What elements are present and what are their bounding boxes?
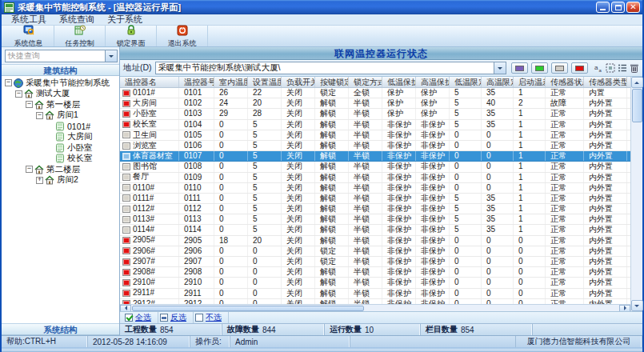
horizontal-scroll-thumb[interactable]	[132, 306, 364, 311]
address-combo[interactable]: 采暖集中节能控制系统\测试大厦\	[155, 62, 506, 74]
cell-传感器状态: 正常	[546, 109, 584, 118]
table-row[interactable]: 体育器材室010705关闭解锁半锁非保护非保护001正常内外置	[120, 151, 630, 162]
任务控制-button[interactable]: 任务控制	[54, 26, 106, 46]
delete-icon[interactable]	[630, 63, 639, 73]
gray-status-button[interactable]	[551, 62, 568, 74]
quick-search-combo[interactable]: 快捷查询	[5, 50, 118, 62]
table-row[interactable]: 0113#011305关闭解锁半锁非保护非保护5351正常内外置	[120, 214, 630, 225]
chevron-down-icon[interactable]	[494, 62, 506, 74]
退出系统-button[interactable]: 退出系统	[157, 26, 208, 46]
column-header-9[interactable]: 低温限定	[450, 77, 482, 87]
table-row[interactable]: 2910#291000关闭解锁半锁非保护非保护000正常内外置	[120, 278, 630, 288]
column-header-1[interactable]: 温控器号	[179, 77, 214, 87]
scroll-up-button[interactable]	[631, 77, 643, 88]
vertical-scrollbar[interactable]	[630, 77, 642, 311]
select-none-button[interactable]: 不选	[194, 312, 229, 323]
column-header-2[interactable]: 室内温度	[214, 77, 248, 87]
cell-按键锁定: 解锁	[315, 141, 349, 150]
column-header-6[interactable]: 锁定方式	[349, 77, 382, 87]
column-header-5[interactable]: 按键锁定	[315, 77, 349, 87]
cell-启动温差: 1	[514, 183, 546, 193]
column-header-8[interactable]: 高温保护	[416, 77, 450, 87]
table-row[interactable]: 2906#290600关闭锁定半锁非保护非保护000正常内外置	[120, 246, 630, 257]
table-row[interactable]: 0110#011005关闭解锁半锁非保护非保护001正常内外置	[120, 183, 630, 194]
sort-icon[interactable]: aa	[594, 63, 603, 73]
table-row[interactable]: 0114#011405关闭解锁半锁非保护非保护5351正常内外置	[120, 225, 630, 235]
collapse-icon[interactable]: −	[36, 112, 43, 119]
table-row[interactable]: 小卧室01032928关闭解锁半锁保护保护5351正常内外置	[120, 109, 630, 119]
tree-node-0[interactable]: −采暖集中节能控制系统	[2, 78, 119, 89]
column-header-10[interactable]: 高温限定	[482, 77, 514, 87]
table-row[interactable]: 校长室010405关闭解锁半锁非保护非保护5351正常内外置	[120, 120, 630, 130]
table-row[interactable]: 大房间01022420关闭解锁半锁保护保护5402故障内外置	[120, 98, 630, 109]
collapse-icon[interactable]: −	[15, 90, 22, 98]
tree-node-1[interactable]: −测试大厦	[2, 89, 119, 100]
chevron-down-icon[interactable]	[105, 50, 117, 62]
expand-icon[interactable]: +	[36, 177, 43, 184]
cell-高温保护: 非保护	[416, 289, 450, 298]
cell-设置温度: 5	[248, 120, 282, 130]
table-row[interactable]: 2908#290800关闭解锁半锁非保护非保护000正常内外置	[120, 267, 630, 278]
table-row[interactable]: 0111#011105关闭解锁半锁非保护非保护5351正常内外置	[120, 194, 630, 204]
purple-status-button[interactable]	[511, 62, 528, 74]
cell-温控器名: 0110#	[120, 183, 179, 193]
table-row[interactable]: 2907#290700关闭锁定半锁非保护非保护000正常内外置	[120, 257, 630, 267]
column-header-3[interactable]: 设置温度	[248, 77, 282, 87]
cell-高温限定: 35	[482, 214, 514, 224]
building-icon	[24, 89, 34, 98]
cell-锁定方式: 半锁	[349, 236, 382, 246]
cell-按键锁定: 解锁	[315, 278, 349, 287]
collapse-icon[interactable]: −	[26, 166, 33, 173]
toolbar: 系统信息任务控制锁定界面退出系统	[2, 26, 642, 47]
cell-高温限定: 0	[482, 236, 514, 246]
list-icon[interactable]	[618, 63, 627, 73]
column-header-0[interactable]: 温控器名	[120, 77, 179, 87]
horizontal-scrollbar[interactable]	[120, 304, 630, 311]
tree-node-4[interactable]: 0101#	[2, 121, 119, 132]
cell-室内温度: 0	[214, 183, 248, 193]
cell-高温限定: 0	[482, 278, 514, 287]
maximize-button[interactable]	[611, 2, 625, 13]
collapse-icon[interactable]: −	[26, 101, 33, 108]
cell-高温保护: 非保护	[416, 130, 450, 140]
table-row[interactable]: 卫生间010505关闭解锁半锁非保护非保护001正常内外置	[120, 130, 630, 141]
column-header-12[interactable]: 传感器状态	[546, 77, 584, 87]
collapse-icon[interactable]: −	[5, 79, 12, 86]
table-row[interactable]: 餐厅010905关闭解锁半锁非保护非保护001正常内外置	[120, 173, 630, 183]
锁定界面-button[interactable]: 锁定界面	[106, 26, 157, 46]
tree-node-9[interactable]: +房间2	[2, 175, 119, 186]
tree-node-7[interactable]: 校长室	[2, 154, 119, 165]
column-header-7[interactable]: 低温保护	[382, 77, 416, 87]
table-row[interactable]: 0112#011205关闭解锁半锁非保护非保护5351正常内外置	[120, 204, 630, 214]
cell-高温限定: 0	[482, 173, 514, 182]
table-row[interactable]: 浏览室010605关闭解锁半锁非保护非保护001正常内外置	[120, 141, 630, 151]
minimize-button[interactable]	[596, 2, 610, 13]
table-row[interactable]: 2905#29051820关闭解锁半锁非保护非保护000正常内外置	[120, 236, 630, 246]
invert-selection-button[interactable]: 反选	[158, 312, 194, 323]
vertical-scroll-thumb[interactable]	[632, 89, 642, 122]
table-row[interactable]: 0101#01012622关闭锁定全锁保护保护5351正常内置	[120, 88, 630, 98]
title-bar: 采暖集中节能控制系统 - [温控器运行界面] ✕	[2, 0, 642, 14]
system-structure-footer[interactable]: 系统结构	[2, 323, 119, 335]
green-status-button[interactable]	[531, 62, 548, 74]
tree-node-3[interactable]: −房间1	[2, 110, 119, 122]
cell-锁定方式: 半锁	[349, 289, 382, 298]
column-header-11[interactable]: 启动温差	[514, 77, 546, 87]
tree-node-8[interactable]: −第二楼层	[2, 164, 119, 175]
column-header-4[interactable]: 负载开关	[282, 77, 315, 87]
tree-node-2[interactable]: −第一楼层	[2, 99, 119, 110]
系统信息-button[interactable]: 系统信息	[3, 26, 54, 46]
status-led-gray	[122, 194, 130, 202]
scroll-down-button[interactable]	[631, 300, 643, 311]
tree-node-6[interactable]: 小卧室	[2, 142, 119, 154]
content-area: 联网温控器运行状态 地址(D) 采暖集中节能控制系统\测试大厦\ aa 温控器名…	[120, 47, 642, 335]
tree-node-5[interactable]: 大房间	[2, 132, 119, 143]
column-header-13[interactable]: 传感器类型	[584, 77, 627, 87]
table-row[interactable]: 图书馆010805关闭解锁半锁非保护非保护001正常内外置	[120, 162, 630, 172]
cell-低温限定: 5	[450, 98, 482, 108]
table-row[interactable]: 2911#291100关闭解锁半锁非保护非保护000正常内外置	[120, 289, 630, 299]
select-all-button[interactable]: 全选	[123, 312, 158, 323]
red-status-button[interactable]	[571, 62, 588, 74]
close-button[interactable]: ✕	[626, 2, 640, 13]
select-icon[interactable]	[606, 63, 615, 73]
